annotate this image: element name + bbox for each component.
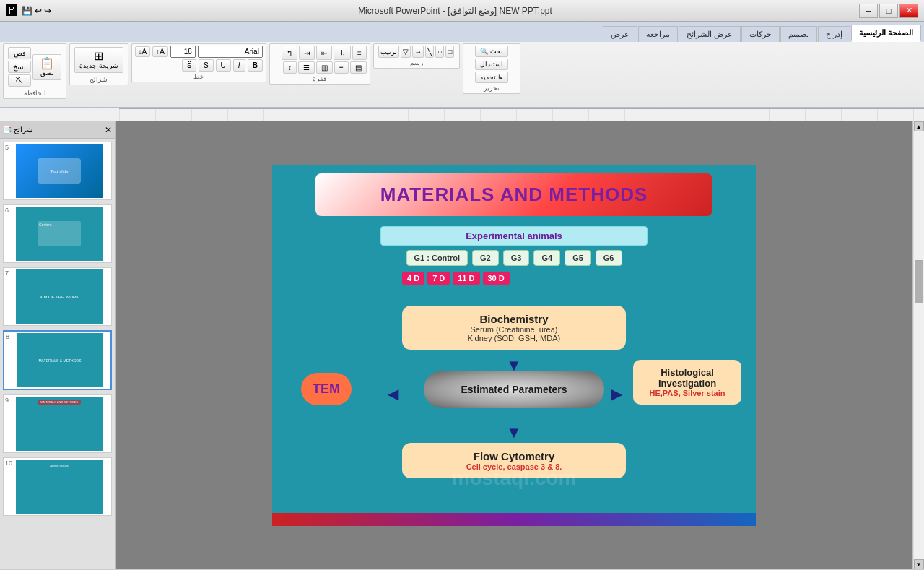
format-painter-button[interactable]: ⛏ — [8, 74, 31, 87]
slide-preview-9: MATERIALS AND METHODS — [16, 397, 103, 451]
close-button[interactable]: ✕ — [899, 4, 918, 18]
strikethrough-button[interactable]: S — [199, 59, 214, 72]
bold-button[interactable]: B — [248, 59, 263, 72]
tab-home[interactable]: الصفحة الرئيسية — [851, 25, 921, 42]
biochemistry-line2: Kidney (SOD, GSH, MDA) — [412, 334, 616, 342]
shadow-button[interactable]: S̈ — [182, 59, 196, 72]
rtl-button[interactable]: ↰ — [282, 46, 297, 60]
new-slide-label: شريحة جديدة — [79, 62, 118, 69]
window-title: Microsoft PowerPoint - [وضع التوافق] NEW… — [51, 6, 859, 16]
slide-thumb-10[interactable]: 10 Animal groups — [3, 457, 112, 516]
group-g2[interactable]: G2 — [472, 250, 499, 266]
copy-button[interactable]: نسخ — [8, 61, 31, 73]
slide-thumb-7[interactable]: 7 AIM OF THE WORK — [3, 267, 112, 326]
drawing-label: رسم — [410, 59, 423, 66]
editing-label: تحرير — [484, 85, 500, 92]
paste-button[interactable]: 📋 لصق — [32, 54, 61, 80]
title-bar: 🅿 💾 ↩ ↪ Microsoft PowerPoint - [وضع التو… — [0, 0, 924, 22]
scroll-track — [914, 131, 924, 559]
tab-animations[interactable]: حركات — [741, 26, 780, 42]
line-spacing-button[interactable]: ↕ — [283, 61, 297, 74]
slide-thumb-5[interactable]: 5 Text slide — [3, 142, 112, 200]
slide-edit-area: MATERIALS AND METHODS Experimental anima… — [116, 121, 912, 569]
slide-preview-6: Content — [16, 207, 103, 261]
group-g4[interactable]: G4 — [533, 250, 560, 266]
flow-cytometry-box[interactable]: Flow Cytometry Cell cycle, caspase 3 & 8… — [402, 443, 626, 478]
numbering-button[interactable]: ⒈ — [334, 46, 351, 60]
replace-button[interactable]: استبدال — [475, 59, 509, 70]
biochemistry-box[interactable]: Biochemistry Serum (Creatinine, urea) Ki… — [402, 306, 626, 350]
notes-bar[interactable]: انقر لإضافة ملاحظات — [0, 569, 924, 578]
scroll-down-button[interactable]: ▼ — [914, 559, 924, 569]
maximize-button[interactable]: □ — [879, 4, 898, 18]
line-tool[interactable]: ╲ — [425, 46, 434, 58]
ellipse-tool[interactable]: ○ — [435, 46, 444, 58]
increase-font-button[interactable]: A↑ — [152, 46, 168, 57]
flow-cytometry-title: Flow Cytometry — [412, 450, 616, 462]
tem-box[interactable]: TEM — [301, 373, 352, 405]
slide-thumb-6[interactable]: 6 Content — [3, 204, 112, 263]
group-g3[interactable]: G3 — [503, 250, 530, 266]
day-4d[interactable]: 4 D — [402, 272, 424, 285]
slide-number-5: 5 — [5, 144, 14, 151]
tab-slideshow[interactable]: عرض الشرائح — [679, 26, 741, 42]
histological-box[interactable]: Histological Investigation HE,PAS, Silve… — [633, 360, 741, 405]
slide-title-box[interactable]: MATERIALS AND METHODS — [315, 173, 712, 216]
font-family-input[interactable] — [198, 46, 263, 58]
italic-button[interactable]: I — [233, 59, 245, 72]
title-bar-left: 🅿 💾 ↩ ↪ — [6, 4, 51, 17]
bullets-button[interactable]: ≡ — [352, 46, 367, 60]
decrease-font-button[interactable]: A↓ — [135, 46, 151, 57]
arrange-button[interactable]: ترتيب — [378, 46, 399, 58]
group-g5[interactable]: G5 — [565, 250, 591, 266]
tab-insert[interactable]: إدراج — [818, 26, 850, 42]
slide-canvas[interactable]: MATERIALS AND METHODS Experimental anima… — [272, 165, 756, 526]
save-icon[interactable]: 💾 — [22, 6, 32, 16]
indent-increase-button[interactable]: ⇥ — [299, 46, 315, 60]
days-row: 4 D 7 D 11 D 30 D — [402, 272, 510, 285]
slides-label: شرائح — [90, 76, 108, 83]
align-right-button[interactable]: ▤ — [350, 61, 367, 74]
tab-design[interactable]: تصميم — [780, 26, 817, 42]
panel-close-button[interactable]: ✕ — [105, 125, 112, 135]
shapes-more[interactable]: ▽ — [401, 46, 411, 58]
cut-button[interactable]: قص — [8, 47, 31, 59]
underline-button[interactable]: U — [216, 59, 231, 72]
main-area: 📑 شرائح ✕ 5 Text slide 6 Content 7 — [0, 121, 924, 569]
justify-button[interactable]: ☰ — [298, 61, 315, 74]
experimental-animals-box[interactable]: Experimental animals — [380, 226, 648, 246]
minimize-button[interactable]: ─ — [859, 4, 878, 18]
flow-cytometry-subtitle: Cell cycle, caspase 3 & 8. — [412, 462, 616, 471]
paste-icon: 📋 — [40, 58, 54, 69]
rectangle-tool[interactable]: □ — [445, 46, 454, 58]
vertical-scrollbar[interactable]: ▲ ▼ — [912, 121, 924, 569]
select-button[interactable]: ↳ تحديد — [475, 72, 509, 83]
redo-icon[interactable]: ↪ — [44, 6, 51, 16]
day-7d[interactable]: 7 D — [427, 272, 450, 285]
day-11d[interactable]: 11 D — [453, 272, 479, 285]
ribbon: الصفحة الرئيسية إدراج تصميم حركات عرض ال… — [0, 22, 924, 108]
undo-icon[interactable]: ↩ — [35, 6, 42, 16]
arrow-tool[interactable]: → — [412, 46, 424, 58]
slide-title: MATERIALS AND METHODS — [380, 184, 648, 205]
clipboard-buttons: 📋 لصق قص نسخ ⛏ — [6, 46, 63, 88]
font-group: A↑ A↓ B I U S S̈ خط — [131, 43, 266, 82]
day-30d[interactable]: 30 D — [483, 272, 510, 285]
new-slide-button[interactable]: ⊞ شريحة جديدة — [74, 47, 123, 73]
group-g1[interactable]: G1 : Control — [406, 250, 468, 266]
tab-review[interactable]: مراجعة — [638, 26, 678, 42]
tab-view[interactable]: عرض — [603, 26, 637, 42]
indent-decrease-button[interactable]: ⇤ — [316, 46, 332, 60]
align-left-button[interactable]: ▥ — [316, 61, 333, 74]
scroll-up-button[interactable]: ▲ — [914, 121, 924, 131]
group-g6[interactable]: G6 — [596, 250, 622, 266]
estimated-parameters-box[interactable]: Estimated Parameters — [424, 371, 604, 408]
slide-preview-5: Text slide — [16, 144, 103, 198]
align-center-button[interactable]: ≡ — [334, 61, 349, 74]
scroll-thumb[interactable] — [915, 260, 923, 303]
tem-label: TEM — [313, 381, 340, 396]
slide-thumb-9[interactable]: 9 MATERIALS AND METHODS — [3, 394, 112, 453]
font-size-input[interactable] — [170, 46, 196, 58]
find-button[interactable]: بحث 🔍 — [475, 46, 509, 57]
slide-thumb-8[interactable]: 8 MATERIALS & METHODS — [3, 330, 112, 390]
